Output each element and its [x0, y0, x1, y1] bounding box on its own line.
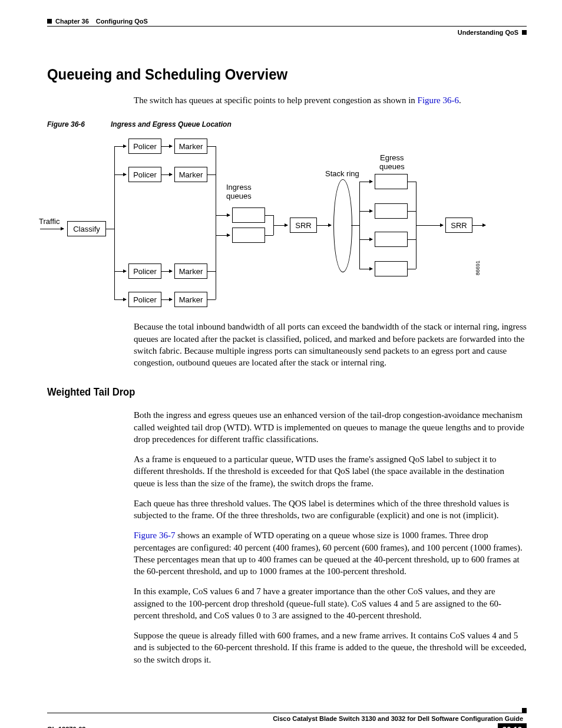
queue-box — [375, 232, 408, 247]
paragraph: Because the total inbound bandwidth of a… — [134, 321, 527, 368]
arrow-icon — [359, 182, 372, 182]
arrow-icon — [114, 174, 126, 175]
chapter-title: Configuring QoS — [96, 18, 148, 25]
arrow-icon — [416, 225, 443, 226]
marker-box: Marker — [174, 139, 207, 154]
stack-ring-icon — [333, 179, 352, 272]
arrow-icon — [161, 146, 172, 147]
chapter-number: Chapter 36 — [55, 18, 89, 25]
arrow-icon — [317, 225, 331, 226]
page-footer: Cisco Catalyst Blade Switch 3130 and 303… — [47, 713, 527, 722]
arrow-icon — [161, 174, 172, 175]
paragraph: Both the ingress and egress queues use a… — [134, 409, 527, 445]
page-number: 36-13 — [498, 723, 527, 728]
paragraph: As a frame is enqueued to a particular q… — [134, 453, 527, 489]
arrow-icon — [216, 215, 230, 216]
arrow-icon — [472, 225, 485, 226]
section-title: Understanding QoS — [458, 29, 518, 36]
arrow-icon — [114, 271, 126, 272]
heading-1: Queueing and Scheduling Overview — [47, 65, 488, 84]
intro-paragraph: The switch has queues at specific points… — [134, 94, 527, 106]
arrow-icon — [161, 299, 172, 300]
classify-box: Classify — [67, 221, 106, 236]
arrow-icon — [359, 211, 372, 212]
marker-box: Marker — [174, 263, 207, 279]
marker-box: Marker — [174, 292, 207, 307]
arrow-icon — [161, 271, 172, 272]
document-id: OL-13270-03 — [47, 726, 85, 728]
figure-number: Figure 36-6 — [47, 120, 85, 129]
policer-box: Policer — [128, 139, 161, 154]
arrow-icon — [40, 229, 64, 229]
paragraph: Suppose the queue is already filled with… — [134, 630, 527, 666]
guide-title: Cisco Catalyst Blade Switch 3130 and 303… — [47, 715, 527, 722]
arrow-icon — [273, 225, 287, 226]
figure-title: Ingress and Egress Queue Location — [111, 120, 232, 129]
queue-box — [375, 203, 408, 219]
paragraph: Each queue has three threshold values. T… — [134, 498, 527, 522]
srr-box: SRR — [445, 218, 472, 233]
queue-box — [232, 207, 265, 223]
arrow-icon — [359, 269, 372, 269]
chapter-header: Chapter 36 Configuring QoS — [47, 18, 527, 27]
arrow-icon — [114, 146, 126, 147]
srr-box: SRR — [290, 218, 317, 233]
arrow-icon — [359, 239, 372, 240]
marker-box: Marker — [174, 167, 207, 182]
figure-link[interactable]: Figure 36-7 — [134, 531, 175, 540]
paragraph: Figure 36-7 shows an example of WTD oper… — [134, 529, 527, 577]
policer-box: Policer — [128, 263, 161, 279]
header-tick-icon — [522, 30, 527, 35]
section-header: Understanding QoS — [47, 29, 527, 36]
figure-caption: Figure 36-6Ingress and Egress Queue Loca… — [47, 120, 527, 129]
queue-box — [375, 261, 408, 276]
queue-box — [232, 228, 265, 243]
footer-bottom: OL-13270-03 36-13 — [47, 723, 527, 728]
policer-box: Policer — [128, 167, 161, 182]
figure-id: 86691 — [475, 261, 481, 275]
stack-ring-label: Stack ring — [325, 169, 359, 178]
traffic-label: Traffic — [39, 217, 59, 226]
ingress-label: Ingress queues — [226, 183, 252, 200]
egress-label: Egress queues — [379, 153, 405, 171]
figure-link[interactable]: Figure 36-6 — [418, 95, 459, 105]
arrow-icon — [114, 299, 126, 300]
figure-diagram: Traffic Classify Policer Policer Policer… — [39, 137, 535, 314]
arrow-icon — [216, 235, 230, 236]
policer-box: Policer — [128, 292, 161, 307]
paragraph: In this example, CoS values 6 and 7 have… — [134, 585, 527, 621]
header-tick-icon — [47, 19, 52, 24]
footer-tick-icon — [522, 708, 527, 713]
heading-2: Weighted Tail Drop — [47, 386, 488, 398]
page: Chapter 36 Configuring QoS Understanding… — [0, 0, 562, 728]
queue-box — [375, 174, 408, 189]
